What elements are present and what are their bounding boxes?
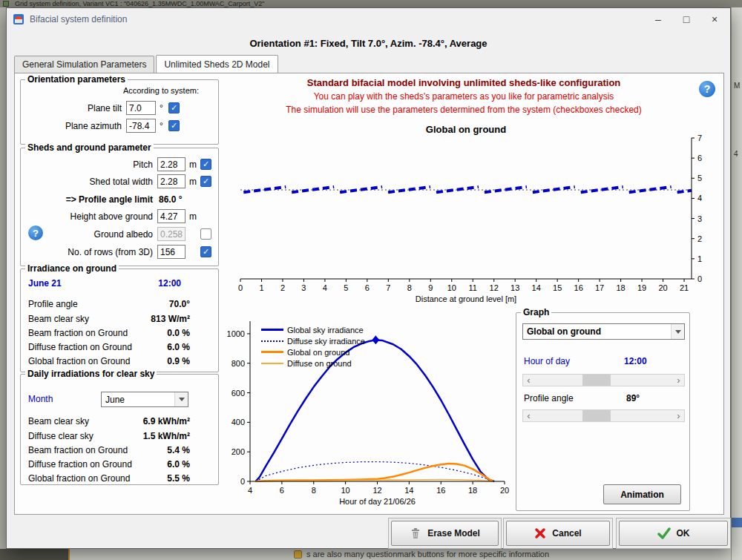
tab-bar: General Simulation Parameters Unlimited … (14, 56, 280, 73)
sheds-profile-chart: Global on ground012345678910111213141516… (232, 122, 710, 306)
pitch-label: Pitch (25, 159, 153, 170)
pitch-input[interactable] (157, 157, 186, 171)
graph-group: Graph Global on ground Hour of day 12:00… (516, 312, 690, 511)
stat-row: Profile angle 70.0° (28, 299, 211, 312)
svg-text:4: 4 (697, 194, 702, 202)
legend-label: Global sky irradiance (287, 326, 364, 335)
minimize-button[interactable]: – (644, 8, 672, 30)
plane-azimuth-checkbox[interactable]: ✓ (168, 120, 180, 131)
svg-text:15: 15 (553, 283, 562, 292)
slider-track[interactable] (534, 410, 673, 421)
legend-item: Global sky irradiance (261, 324, 365, 335)
slider-track[interactable] (534, 375, 673, 386)
ground-albedo-input (157, 227, 186, 241)
svg-text:1: 1 (259, 283, 263, 292)
daily-irradiations-group: Daily irradiations for clear sky Month J… (20, 374, 219, 485)
slider-right-arrow-icon[interactable]: › (673, 375, 684, 386)
tab-general-simulation-parameters[interactable]: General Simulation Parameters (14, 56, 154, 73)
svg-text:5: 5 (344, 283, 348, 292)
ground-albedo-checkbox[interactable] (200, 228, 211, 240)
plane-azimuth-input[interactable] (126, 119, 156, 133)
svg-text:20: 20 (658, 283, 667, 292)
stat-row: Beam fraction on Ground 0.0 % (28, 328, 211, 341)
hour-of-day-slider[interactable]: ‹ › (522, 374, 685, 386)
svg-text:10: 10 (341, 486, 350, 495)
stat-row: Diffuse fraction on Ground 6.0 % (28, 342, 211, 355)
close-button[interactable]: × (700, 8, 729, 30)
rows-count-checkbox[interactable]: ✓ (200, 246, 211, 257)
maximize-button[interactable]: □ (672, 8, 700, 30)
model-help-icon[interactable]: ? (699, 81, 715, 97)
svg-text:600: 600 (232, 389, 245, 398)
animation-button[interactable]: Animation (603, 484, 681, 504)
date-value: June 21 (28, 278, 62, 289)
background-window-titlebar: Grid system definition, Variant VC1 : "0… (0, 0, 742, 7)
legend-line-sample (261, 351, 283, 353)
height-above-ground-input[interactable] (157, 209, 186, 223)
erase-model-button[interactable]: Erase Model (391, 521, 499, 546)
plane-tilt-input[interactable] (126, 101, 156, 115)
background-panel (0, 549, 70, 560)
legend-item: Diffuse sky irradiance (261, 335, 365, 346)
shed-width-label: Shed total width (25, 177, 153, 187)
group-title: Irradiance on ground (25, 263, 119, 274)
stat-row: Diffuse fraction on Ground 6.0 % (28, 459, 211, 472)
background-fragment: 4 (734, 150, 738, 158)
stat-value: 6.0 % (167, 459, 190, 470)
shed-width-input[interactable] (157, 174, 186, 188)
erase-model-frame: Erase Model (388, 518, 502, 549)
irradiance-on-ground-group: Irradiance on ground June 21 12:00 Profi… (20, 269, 219, 372)
slider-thumb[interactable] (582, 410, 611, 421)
svg-text:Distance at ground level [m]: Distance at ground level [m] (416, 294, 516, 303)
stat-row: Beam fraction on Ground 5.4 % (28, 445, 211, 458)
svg-text:1000: 1000 (227, 329, 245, 338)
shed-width-checkbox[interactable]: ✓ (200, 176, 211, 187)
slider-thumb[interactable] (582, 375, 611, 386)
time-value: 12:00 (158, 278, 181, 289)
desktop: Grid system definition, Variant VC1 : "0… (0, 0, 742, 560)
background-app-icon (3, 1, 9, 7)
background-hint-text: s are also many questionmark buttons for… (306, 550, 549, 559)
svg-text:2: 2 (697, 234, 702, 243)
slider-right-arrow-icon[interactable]: › (673, 410, 684, 421)
svg-text:18: 18 (616, 283, 625, 292)
stat-label: Beam clear sky (28, 314, 89, 324)
meter-unit-label: m (189, 177, 197, 187)
legend-label: Global on ground (287, 348, 349, 357)
group-title: Sheds and ground parameter (25, 142, 154, 153)
rows-count-row: No. of rows (from 3D) ✓ (25, 245, 215, 260)
plane-tilt-checkbox[interactable]: ✓ (168, 102, 180, 113)
profile-angle-slider[interactable]: ‹ › (522, 409, 685, 422)
slider-left-arrow-icon[interactable]: ‹ (523, 410, 534, 421)
ok-button[interactable]: OK (619, 521, 728, 546)
svg-text:0: 0 (697, 274, 702, 283)
svg-text:7: 7 (697, 134, 702, 142)
svg-text:21: 21 (680, 283, 689, 292)
stat-value: 5.5 % (167, 473, 190, 484)
pitch-checkbox[interactable]: ✓ (200, 159, 211, 170)
legend-item: Global on ground (261, 346, 365, 358)
according-to-system-label: According to system: (123, 86, 199, 95)
tab-unlimited-sheds-2d-model[interactable]: Unlimited Sheds 2D Model (156, 55, 278, 73)
svg-text:3: 3 (697, 214, 702, 223)
slider-left-arrow-icon[interactable]: ‹ (523, 375, 534, 386)
rows-count-input[interactable] (157, 245, 186, 259)
rows-count-label: No. of rows (from 3D) (25, 247, 153, 257)
cancel-button[interactable]: Cancel (506, 521, 610, 546)
plane-tilt-row: Plane tilt ° ✓ (25, 101, 215, 116)
red-x-icon (534, 527, 546, 539)
stat-value: 0.9 % (167, 356, 190, 366)
dialog-titlebar[interactable]: Bifacial system definition – □ × (7, 8, 730, 30)
profile-angle-limit-value: 86.0 ° (159, 194, 183, 205)
sheds-ground-group: Sheds and ground parameter Pitch m ✓ She… (20, 148, 219, 266)
tab-content-panel: Orientation parameters According to syst… (14, 73, 724, 515)
background-window-edge: M 4 (731, 7, 742, 560)
svg-text:Global on ground: Global on ground (426, 124, 506, 135)
graph-type-select[interactable]: Global on ground (522, 323, 685, 340)
month-select[interactable]: June (101, 392, 188, 407)
profile-angle-label: Profile angle (524, 393, 574, 403)
svg-text:4: 4 (323, 283, 327, 292)
stat-value: 813 W/m² (151, 314, 190, 324)
stat-value: 1.5 kWh/m² (143, 431, 190, 441)
legend-line-sample (261, 329, 283, 331)
